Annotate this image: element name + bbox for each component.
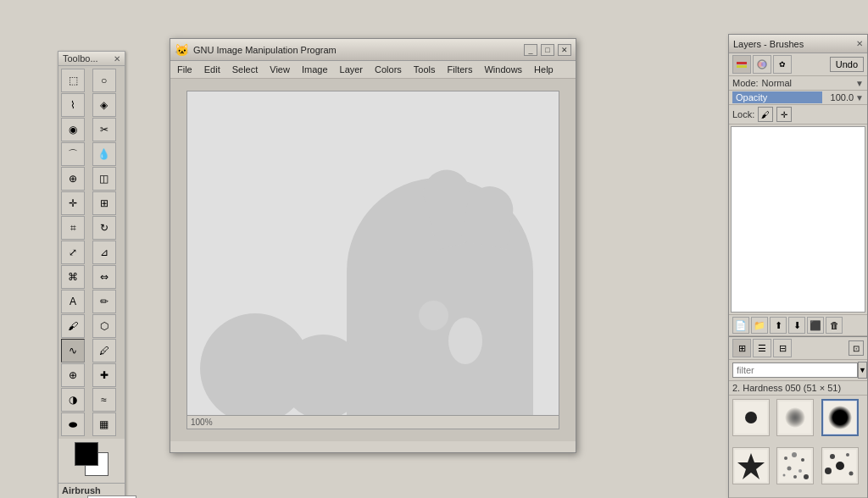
svg-point-25 xyxy=(825,468,832,474)
airbrush-label: Airbrush xyxy=(62,485,121,495)
layers-close-button[interactable]: ✕ xyxy=(856,39,863,48)
brush-filter-input[interactable] xyxy=(732,362,858,378)
filter-dropdown-button[interactable]: ▼ xyxy=(858,362,867,379)
svg-rect-0 xyxy=(737,62,747,64)
canvas[interactable]: 100% xyxy=(186,91,559,429)
gimp-cat-icon: 🐱 xyxy=(175,43,189,57)
layers-tab-button[interactable] xyxy=(732,55,751,74)
brush-cell-2[interactable] xyxy=(776,399,814,436)
tool-measure[interactable]: ◫ xyxy=(92,167,116,191)
tool-paths[interactable]: ⌒ xyxy=(61,142,85,166)
tool-pencil[interactable]: ✏ xyxy=(92,290,116,313)
menu-colors[interactable]: Colors xyxy=(372,63,404,76)
tool-rotate[interactable]: ↻ xyxy=(92,216,116,240)
gimp-main-window: 🐱 GNU Image Manipulation Program _ □ ✕ F… xyxy=(170,38,576,453)
layers-brushes-panel: Layers - Brushes ✕ ✿ Undo xyxy=(728,34,868,498)
menu-view[interactable]: View xyxy=(267,63,292,76)
tool-zoom[interactable]: ⊕ xyxy=(61,167,85,191)
toolbox-panel: Toolbo... ✕ ⬚ ○ ⌇ ◈ ◉ ✂ ⌒ 💧 ⊕ ◫ ✛ ⊞ ⌗ ↻ xyxy=(58,51,125,498)
brush-cell-4[interactable] xyxy=(732,447,770,484)
svg-point-16 xyxy=(801,458,804,462)
menu-edit[interactable]: Edit xyxy=(202,63,223,76)
lock-label: Lock: xyxy=(732,109,754,119)
maximize-button[interactable]: □ xyxy=(541,44,554,56)
foreground-color-swatch[interactable] xyxy=(75,442,98,466)
menu-help[interactable]: Help xyxy=(531,63,556,76)
svg-rect-1 xyxy=(737,65,747,68)
tool-text[interactable]: A xyxy=(61,290,85,313)
brush-detail-view-button[interactable]: ⊟ xyxy=(773,339,792,357)
menu-windows[interactable]: Windows xyxy=(481,63,525,76)
tool-ellipse-select[interactable]: ○ xyxy=(92,69,116,92)
channels-tab-button[interactable] xyxy=(753,55,771,74)
tool-dodge[interactable]: ◑ xyxy=(61,388,85,412)
tool-flip[interactable]: ⇔ xyxy=(92,265,116,289)
airbrush-section: Airbrush Mode: Norm Normal Multiply ▲ Op… xyxy=(58,483,125,498)
tool-fuzzy-select[interactable]: ◈ xyxy=(92,93,116,117)
svg-point-23 xyxy=(830,454,835,459)
toolbox-title-text: Toolbo... xyxy=(63,53,98,64)
tool-align[interactable]: ⊞ xyxy=(92,191,116,215)
toolbox-close-button[interactable]: ✕ xyxy=(114,54,120,64)
opacity-row: Opacity 100.0 ▼ xyxy=(729,91,867,105)
tool-rect-select[interactable]: ⬚ xyxy=(61,69,85,92)
tool-blend[interactable]: ▦ xyxy=(92,412,116,436)
brush-cell-6[interactable] xyxy=(821,447,859,484)
minimize-button[interactable]: _ xyxy=(524,44,537,56)
tool-heal[interactable]: ✚ xyxy=(92,363,116,387)
new-group-button[interactable]: 📁 xyxy=(751,317,768,334)
svg-point-19 xyxy=(793,475,797,479)
tool-bucket[interactable]: ⬬ xyxy=(61,412,85,436)
tool-free-select[interactable]: ⌇ xyxy=(61,93,85,117)
brush-cell-5[interactable] xyxy=(776,447,814,484)
tool-paint[interactable]: 🖌 xyxy=(61,314,85,338)
tool-crop[interactable]: ⌗ xyxy=(61,216,85,240)
gimp-canvas-area: 100% xyxy=(170,79,576,441)
lock-move-button[interactable]: ✛ xyxy=(776,107,792,122)
brushes-section: ⊞ ☰ ⊟ ⊡ ▼ 2. Hardness 050 (51 × 51) xyxy=(729,336,867,498)
tool-scale[interactable]: ⤢ xyxy=(61,241,85,264)
tool-by-color[interactable]: ◉ xyxy=(61,118,85,141)
tool-eraser[interactable]: ⬡ xyxy=(92,314,116,338)
brush-grid-view-button[interactable]: ⊞ xyxy=(732,339,751,357)
paths-tab-button[interactable]: ✿ xyxy=(773,55,792,74)
layers-content[interactable] xyxy=(731,126,865,313)
tool-colorpick[interactable]: 💧 xyxy=(92,142,116,166)
color-boxes xyxy=(75,442,108,476)
delete-layer-button[interactable]: 🗑 xyxy=(826,317,843,334)
undo-button[interactable]: Undo xyxy=(830,57,864,72)
opacity-value: 100.0 xyxy=(824,92,854,102)
layer-down-button[interactable]: ⬇ xyxy=(788,317,805,334)
brushes-expand-button[interactable]: ⊡ xyxy=(849,340,864,356)
desktop: Toolbo... ✕ ⬚ ○ ⌇ ◈ ◉ ✂ ⌒ 💧 ⊕ ◫ ✛ ⊞ ⌗ ↻ xyxy=(0,0,868,498)
menu-tools[interactable]: Tools xyxy=(411,63,438,76)
canvas-status-bar: 100% xyxy=(187,415,559,429)
svg-point-14 xyxy=(784,456,787,460)
menu-select[interactable]: Select xyxy=(230,63,261,76)
tool-shear[interactable]: ⊿ xyxy=(92,241,116,264)
svg-point-18 xyxy=(798,469,802,473)
brush-cell-selected[interactable] xyxy=(821,399,859,436)
mode-dropdown-arrow[interactable]: ▼ xyxy=(855,79,864,88)
new-layer-button[interactable]: 📄 xyxy=(732,317,749,334)
brush-cell-1[interactable] xyxy=(732,399,770,436)
tool-ink[interactable]: 🖊 xyxy=(92,339,116,362)
layers-bottom-toolbar: 📄 📁 ⬆ ⬇ ⬛ 🗑 xyxy=(729,314,867,336)
menu-file[interactable]: File xyxy=(175,63,195,76)
tool-smudge[interactable]: ≈ xyxy=(92,388,116,412)
menu-filters[interactable]: Filters xyxy=(445,63,476,76)
close-button[interactable]: ✕ xyxy=(558,44,571,56)
brush-list-view-button[interactable]: ☰ xyxy=(753,339,771,357)
tool-perspective[interactable]: ⌘ xyxy=(61,265,85,289)
duplicate-layer-button[interactable]: ⬛ xyxy=(807,317,824,334)
tool-move[interactable]: ✛ xyxy=(61,191,85,215)
tool-scissors[interactable]: ✂ xyxy=(92,118,116,141)
menu-layer[interactable]: Layer xyxy=(337,63,366,76)
lock-paint-button[interactable]: 🖌 xyxy=(758,107,773,122)
layer-up-button[interactable]: ⬆ xyxy=(770,317,787,334)
svg-point-15 xyxy=(792,452,797,457)
opacity-slider-arrow[interactable]: ▼ xyxy=(855,93,864,102)
tool-airbrush[interactable]: ∿ xyxy=(61,339,85,362)
menu-image[interactable]: Image xyxy=(299,63,331,76)
tool-clone[interactable]: ⊕ xyxy=(61,363,85,387)
